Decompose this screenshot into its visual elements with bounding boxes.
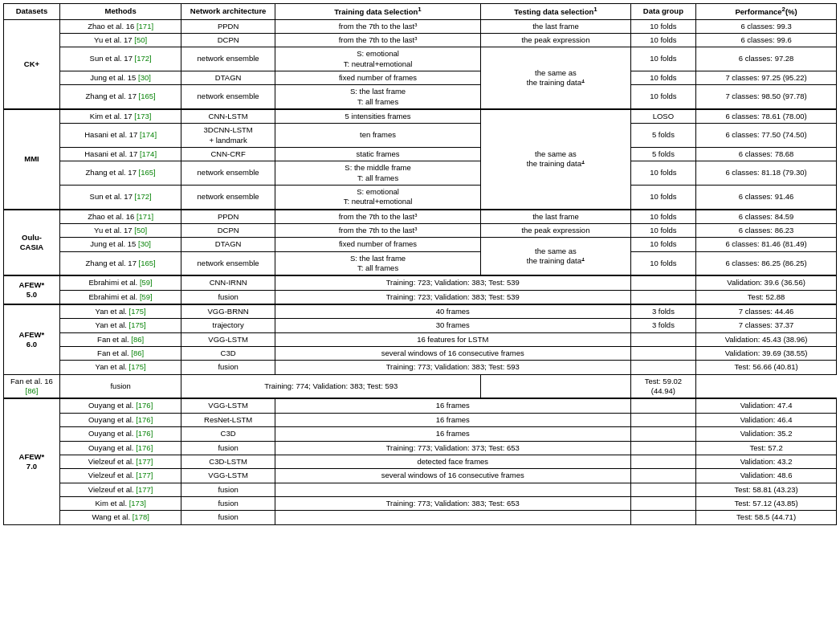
- performance-cell: Test: 56.66 (40.81): [696, 361, 837, 374]
- performance-cell: 6 classes: 99.6: [696, 33, 837, 47]
- training-cell: S: the last frameT: all frames: [275, 85, 480, 109]
- header-performance: Performance2(%): [696, 4, 837, 20]
- method-cell: Yan et al. [175]: [59, 319, 181, 332]
- testing-cell: the peak expression: [481, 33, 630, 47]
- testing-cell: the same asthe training data⁴: [481, 47, 630, 109]
- method-cell: Sun et al. 17 [172]: [59, 47, 181, 71]
- method-cell: Yan et al. [175]: [59, 304, 181, 319]
- header-data-group: Data group: [630, 4, 696, 20]
- network-cell: C3D-LSTM: [181, 455, 275, 468]
- training-cell: 40 frames: [275, 304, 630, 319]
- data-group-cell: 10 folds: [630, 71, 696, 84]
- training-cell: fixed number of frames: [275, 71, 480, 84]
- network-cell: DCPN: [181, 224, 275, 238]
- network-cell: VGG-LSTM: [181, 469, 275, 483]
- data-group-cell: [630, 332, 696, 346]
- performance-cell: Test: 52.88: [696, 290, 837, 304]
- network-cell: trajectory: [181, 319, 275, 332]
- performance-cell: 6 classes: 81.46 (81.49): [696, 238, 837, 251]
- performance-cell: Validation: 47.4: [696, 398, 837, 413]
- performance-cell: Test: 57.12 (43.85): [696, 496, 837, 510]
- testing-cell: the last frame: [481, 210, 630, 224]
- method-cell: Zhang et al. 17 [165]: [59, 85, 181, 109]
- method-cell: Sun et al. 17 [172]: [59, 185, 181, 209]
- training-cell: Training: 773; Validation: 383; Test: 65…: [275, 496, 630, 510]
- method-cell: Ouyang et al. [176]: [59, 398, 181, 413]
- testing-cell: the peak expression: [481, 224, 630, 238]
- data-group-cell: 10 folds: [630, 185, 696, 209]
- method-cell: Ebrahimi et al. [59]: [59, 290, 181, 304]
- network-cell: fusion: [181, 483, 275, 496]
- training-cell: from the 7th to the last³: [275, 210, 480, 224]
- data-group-cell: [630, 511, 696, 524]
- method-cell: Ouyang et al. [176]: [59, 441, 181, 455]
- data-group-cell: 10 folds: [630, 224, 696, 238]
- method-cell: Ouyang et al. [176]: [59, 427, 181, 441]
- data-group-cell: 5 folds: [630, 147, 696, 161]
- data-group-cell: [630, 398, 696, 413]
- training-cell: 5 intensities frames: [275, 109, 480, 124]
- network-cell: CNN-LSTM: [181, 109, 275, 124]
- network-cell: VGG-LSTM: [181, 398, 275, 413]
- dataset-cell: AFEW*5.0: [4, 275, 60, 304]
- data-group-cell: [630, 275, 696, 290]
- network-cell: network ensemble: [181, 185, 275, 209]
- method-cell: Zhao et al. 16 [171]: [59, 19, 181, 33]
- training-cell: detected face frames: [275, 455, 630, 468]
- training-cell: 16 frames: [275, 427, 630, 441]
- network-cell: fusion: [181, 441, 275, 455]
- network-cell: fusion: [181, 361, 275, 374]
- network-cell: DCPN: [181, 33, 275, 47]
- data-group-cell: [630, 361, 696, 374]
- network-cell: fusion: [181, 290, 275, 304]
- dataset-cell: CK+: [4, 19, 60, 109]
- training-cell: several windows of 16 consecutive frames: [275, 347, 630, 361]
- training-cell: S: emotionalT: neutral+emotional: [275, 47, 480, 71]
- performance-cell: 7 classes: 37.37: [696, 319, 837, 332]
- header-datasets: Datasets: [4, 4, 60, 20]
- method-cell: Vielzeuf et al. [177]: [59, 455, 181, 468]
- network-cell: ResNet-LSTM: [181, 413, 275, 426]
- training-cell: 16 frames: [275, 413, 630, 426]
- performance-cell: 7 classes: 98.50 (97.78): [696, 85, 837, 109]
- performance-cell: Test: 57.2: [696, 441, 837, 455]
- network-cell: network ensemble: [181, 85, 275, 109]
- network-cell: fusion: [181, 511, 275, 524]
- network-cell: CNN-CRF: [181, 147, 275, 161]
- training-cell: Training: 774; Validation: 383; Test: 59…: [181, 374, 481, 398]
- performance-cell: Validation: 48.6: [696, 469, 837, 483]
- network-cell: network ensemble: [181, 161, 275, 186]
- performance-cell: 6 classes: 78.61 (78.00): [696, 109, 837, 124]
- dataset-cell: MMI: [4, 109, 60, 210]
- method-cell: Jung et al. 15 [30]: [59, 71, 181, 84]
- performance-cell: Validation: 45.43 (38.96): [696, 332, 837, 346]
- method-cell: Zhang et al. 17 [165]: [59, 161, 181, 186]
- method-cell: Kim et al. [173]: [59, 496, 181, 510]
- testing-cell: the same asthe training data⁴: [481, 238, 630, 276]
- network-cell: network ensemble: [181, 251, 275, 275]
- performance-cell: Validation: 46.4: [696, 413, 837, 426]
- method-cell: Yu et al. 17 [50]: [59, 224, 181, 238]
- data-group-cell: [630, 347, 696, 361]
- method-cell: Vielzeuf et al. [177]: [59, 483, 181, 496]
- network-cell: network ensemble: [181, 47, 275, 71]
- performance-cell: 6 classes: 86.25 (86.25): [696, 251, 837, 275]
- data-group-cell: 10 folds: [630, 161, 696, 186]
- training-cell: Training: 773; Validation: 373; Test: 65…: [275, 441, 630, 455]
- data-group-cell: 10 folds: [630, 19, 696, 33]
- dataset-cell: AFEW*7.0: [4, 398, 60, 524]
- header-methods: Methods: [59, 4, 181, 20]
- data-group-cell: 10 folds: [630, 210, 696, 224]
- data-group-cell: 3 folds: [630, 304, 696, 319]
- data-group-cell: [630, 427, 696, 441]
- performance-cell: 6 classes: 81.18 (79.30): [696, 161, 837, 186]
- performance-cell: Validation: 39.69 (38.55): [696, 347, 837, 361]
- network-cell: PPDN: [181, 19, 275, 33]
- data-group-cell: [630, 496, 696, 510]
- dataset-cell: AFEW*6.0: [4, 304, 60, 374]
- performance-cell: 6 classes: 86.23: [696, 224, 837, 238]
- header-network: Network architecture: [181, 4, 275, 20]
- training-cell: ten frames: [275, 124, 480, 148]
- training-cell: static frames: [275, 147, 480, 161]
- performance-cell: 6 classes: 99.3: [696, 19, 837, 33]
